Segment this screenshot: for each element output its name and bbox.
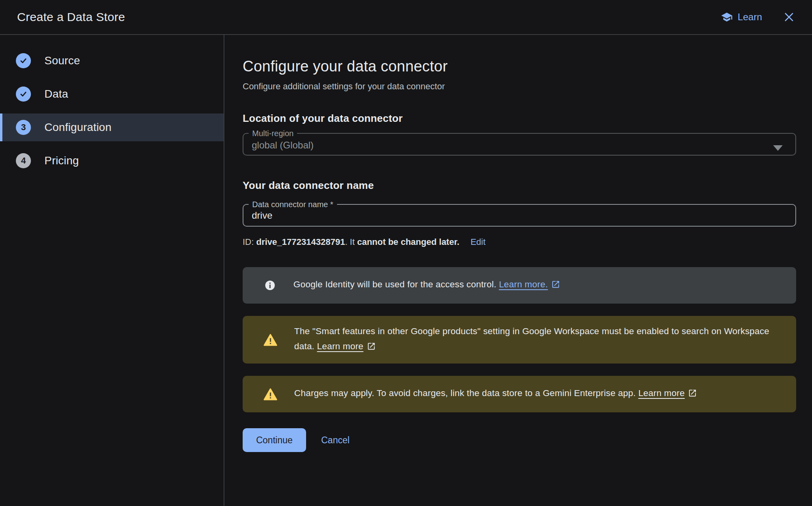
multi-region-label: Multi-region <box>249 129 297 137</box>
external-link-icon <box>551 279 560 294</box>
dialog-body: Source Data 3 Configuration 4 <box>0 35 812 506</box>
warning-learn-more-link[interactable]: Learn more <box>317 341 364 351</box>
charges-warning-banner: Charges may apply. To avoid charges, lin… <box>243 376 796 412</box>
data-connector-name-label: Data connector name * <box>249 200 337 208</box>
info-learn-more-link[interactable]: Learn more. <box>499 279 548 289</box>
google-identity-info-banner: Google Identity will be used for the acc… <box>243 267 796 304</box>
step-number-indicator: 3 <box>16 120 31 135</box>
step-label: Pricing <box>44 154 79 167</box>
school-icon <box>721 11 733 23</box>
dialog-title: Create a Data Store <box>17 10 125 24</box>
page-subtitle: Configure additional settings for your d… <box>243 81 796 92</box>
page-title: Configure your data connector <box>243 58 796 75</box>
dialog-header: Create a Data Store Learn <box>0 0 812 35</box>
configuration-panel: Configure your data connector Configure … <box>224 35 812 506</box>
warning-banner-text: The "Smart features in other Google prod… <box>294 326 769 351</box>
check-icon <box>19 90 28 98</box>
multi-region-select[interactable]: Multi-region global (Global) <box>243 129 796 156</box>
sidebar-step-source[interactable]: Source <box>0 47 224 75</box>
step-label: Source <box>44 54 80 67</box>
location-section-heading: Location of your data connector <box>243 112 796 125</box>
data-connector-name-field: Data connector name * <box>243 200 796 227</box>
smart-features-warning-banner: The "Smart features in other Google prod… <box>243 316 796 364</box>
sidebar-step-data[interactable]: Data <box>0 80 224 108</box>
step-number-indicator: 4 <box>16 153 31 168</box>
learn-button[interactable]: Learn <box>721 11 762 23</box>
step-label: Data <box>44 88 68 100</box>
data-connector-name-input[interactable] <box>243 208 768 221</box>
step-label: Configuration <box>44 121 111 134</box>
edit-id-link[interactable]: Edit <box>471 237 486 247</box>
chevron-down-icon <box>773 145 783 151</box>
step-completed-indicator <box>16 87 31 102</box>
info-banner-text: Google Identity will be used for the acc… <box>293 279 499 289</box>
cancel-button[interactable]: Cancel <box>321 435 350 446</box>
warning-banner-text: Charges may apply. To avoid charges, lin… <box>294 388 638 398</box>
id-bold-suffix: cannot be changed later. <box>357 237 460 247</box>
stepper-sidebar: Source Data 3 Configuration 4 <box>0 35 224 506</box>
warning-icon <box>264 334 277 346</box>
connector-id: drive_1772314328791 <box>256 237 345 247</box>
external-link-icon <box>367 341 376 356</box>
sidebar-step-configuration[interactable]: 3 Configuration <box>0 114 224 141</box>
connector-id-line: ID: drive_1772314328791. It cannot be ch… <box>243 237 796 247</box>
header-actions: Learn <box>721 11 795 23</box>
step-number: 3 <box>21 122 26 133</box>
step-number: 4 <box>21 156 26 166</box>
action-buttons: Continue Cancel <box>243 428 796 452</box>
external-link-icon <box>688 387 697 402</box>
sidebar-step-pricing[interactable]: 4 Pricing <box>0 147 224 175</box>
id-prefix: ID: <box>243 237 256 247</box>
name-section-heading: Your data connector name <box>243 179 796 192</box>
create-data-store-dialog: Create a Data Store Learn Sou <box>0 0 812 506</box>
close-icon[interactable] <box>783 11 795 23</box>
id-middle: . It <box>345 237 357 247</box>
warning-icon <box>264 388 277 400</box>
learn-label: Learn <box>738 12 762 23</box>
step-completed-indicator <box>16 53 31 68</box>
multi-region-value: global (Global) <box>243 137 795 151</box>
continue-button[interactable]: Continue <box>243 428 306 452</box>
info-icon <box>264 279 276 292</box>
check-icon <box>19 56 28 65</box>
warning-learn-more-link[interactable]: Learn more <box>638 388 685 398</box>
